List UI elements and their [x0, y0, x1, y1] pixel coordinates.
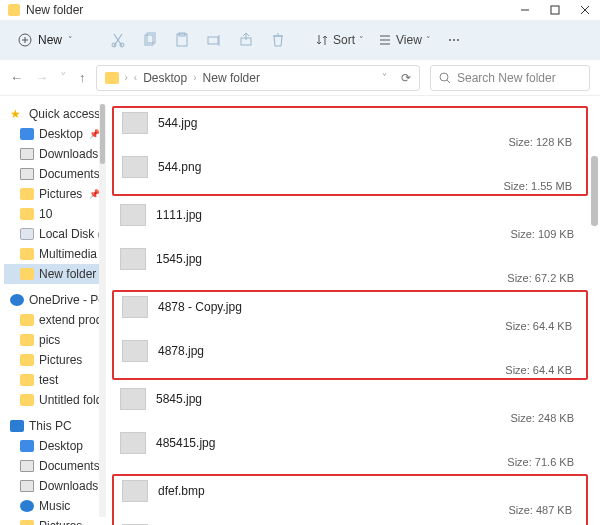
tree-item-label: Documents: [39, 167, 100, 181]
file-thumbnail: [122, 112, 148, 134]
highlight-group: 4878 - Copy.jpgSize: 64.4 KB4878.jpgSize…: [112, 290, 588, 380]
downloads-icon: [20, 480, 34, 492]
back-button[interactable]: ←: [10, 70, 23, 85]
file-row[interactable]: dfef.bmpSize: 487 KB: [114, 476, 586, 506]
minimize-button[interactable]: [518, 3, 532, 17]
new-button[interactable]: New ˅: [10, 29, 81, 51]
more-button[interactable]: ⋯: [445, 31, 463, 49]
file-group: 5845.jpgSize: 248 KB485415.jpgSize: 71.6…: [112, 384, 588, 470]
sort-button[interactable]: Sort ˅: [315, 33, 364, 47]
folder-icon: [20, 334, 34, 346]
tree-item[interactable]: 10: [4, 204, 106, 224]
tree-item-label: OneDrive - Person: [29, 293, 106, 307]
paste-icon[interactable]: [173, 31, 191, 49]
view-icon: [378, 33, 392, 47]
documents-icon: [20, 168, 34, 180]
up-button[interactable]: ↑: [79, 70, 86, 85]
tree-item[interactable]: New folder: [4, 264, 106, 284]
file-row[interactable]: 4878 - Copy.jpgSize: 64.4 KB: [114, 292, 586, 322]
tree-item[interactable]: Local Disk (F:): [4, 224, 106, 244]
content-scrollbar[interactable]: [591, 156, 598, 226]
file-row[interactable]: 544.jpgSize: 128 KB: [114, 108, 586, 138]
tree-item-label: Multimedia: [39, 247, 97, 261]
folder-icon: [20, 394, 34, 406]
tree-item[interactable]: Desktop📌: [4, 124, 106, 144]
file-thumbnail: [120, 248, 146, 270]
maximize-button[interactable]: [548, 3, 562, 17]
tree-item[interactable]: Desktop: [4, 436, 106, 456]
file-name: 5845.jpg: [156, 392, 580, 406]
highlight-group: 544.jpgSize: 128 KB544.pngSize: 1.55 MB: [112, 106, 588, 196]
file-size: Size: 109 KB: [510, 228, 574, 240]
search-input[interactable]: Search New folder: [430, 65, 590, 91]
file-row[interactable]: 5845.jpgSize: 248 KB: [112, 384, 588, 414]
file-name: dfef.bmp: [158, 484, 578, 498]
share-icon[interactable]: [237, 31, 255, 49]
breadcrumb-item[interactable]: Desktop: [143, 71, 187, 85]
tree-item-label: extend product li: [39, 313, 106, 327]
tree-item[interactable]: Pictures📌: [4, 184, 106, 204]
file-name: 4878 - Copy.jpg: [158, 300, 578, 314]
chevron-down-icon[interactable]: ˅: [382, 72, 387, 83]
tree-item[interactable]: Downloads: [4, 476, 106, 496]
svg-rect-1: [551, 6, 559, 14]
search-icon: [439, 72, 451, 84]
folder-icon: [20, 268, 34, 280]
delete-icon[interactable]: [269, 31, 287, 49]
tree-item[interactable]: Documents: [4, 456, 106, 476]
file-thumbnail: [120, 388, 146, 410]
file-thumbnail: [122, 340, 148, 362]
tree-item[interactable]: Pictures: [4, 516, 106, 525]
titlebar: New folder: [0, 0, 600, 20]
tree-item-label: Pictures: [39, 187, 82, 201]
tree-item-label: Pictures: [39, 353, 82, 367]
tree-item[interactable]: extend product li: [4, 310, 106, 330]
tree-item-label: Music: [39, 499, 70, 513]
file-group: 1111.jpgSize: 109 KB1545.jpgSize: 67.2 K…: [112, 200, 588, 286]
breadcrumb-item[interactable]: New folder: [203, 71, 260, 85]
tree-item[interactable]: Multimedia: [4, 244, 106, 264]
file-row[interactable]: 544.pngSize: 1.55 MB: [114, 152, 586, 182]
new-label: New: [38, 33, 62, 47]
chevron-right-icon: ›: [125, 72, 128, 83]
svg-line-20: [447, 80, 450, 83]
tree-item[interactable]: Pictures: [4, 350, 106, 370]
file-thumbnail: [122, 156, 148, 178]
tree-item[interactable]: OneDrive - Person: [4, 290, 106, 310]
file-row[interactable]: 4878.jpgSize: 64.4 KB: [114, 336, 586, 366]
view-button[interactable]: View ˅: [378, 33, 431, 47]
tree-item[interactable]: Music: [4, 496, 106, 516]
copy-icon[interactable]: [141, 31, 159, 49]
tree-item[interactable]: test: [4, 370, 106, 390]
tree-item-label: Pictures: [39, 519, 82, 525]
cut-icon[interactable]: [109, 31, 127, 49]
desktop-icon: [20, 440, 34, 452]
tree-item[interactable]: Documents📌: [4, 164, 106, 184]
tree-item-label: 10: [39, 207, 52, 221]
tree-item[interactable]: pics: [4, 330, 106, 350]
rename-icon[interactable]: [205, 31, 223, 49]
recent-button[interactable]: ˅: [60, 70, 67, 85]
file-row[interactable]: 1545.jpgSize: 67.2 KB: [112, 244, 588, 274]
tree-item[interactable]: This PC: [4, 416, 106, 436]
file-size: Size: 248 KB: [510, 412, 574, 424]
file-row[interactable]: 485415.jpgSize: 71.6 KB: [112, 428, 588, 458]
close-button[interactable]: [578, 3, 592, 17]
file-size: Size: 1.55 MB: [504, 180, 572, 192]
tree-item[interactable]: ★Quick access: [4, 104, 106, 124]
file-name: 1545.jpg: [156, 252, 580, 266]
tree-item-label: Desktop: [39, 439, 83, 453]
file-list: 544.jpgSize: 128 KB544.pngSize: 1.55 MB1…: [106, 96, 600, 525]
forward-button[interactable]: →: [35, 70, 48, 85]
tree-item[interactable]: Downloads📌: [4, 144, 106, 164]
sidebar-scrollbar[interactable]: [99, 104, 106, 517]
disk-icon: [20, 228, 34, 240]
file-size: Size: 487 KB: [508, 504, 572, 516]
tree-item[interactable]: Untitled folder: [4, 390, 106, 410]
folder-icon: [20, 188, 34, 200]
refresh-button[interactable]: ⟳: [401, 71, 411, 85]
breadcrumb[interactable]: › ‹ Desktop › New folder ˅ ⟳: [96, 65, 421, 91]
file-size: Size: 71.6 KB: [507, 456, 574, 468]
file-row[interactable]: 1111.jpgSize: 109 KB: [112, 200, 588, 230]
file-row[interactable]: dfef.jpgSize: 41.6 KB: [114, 520, 586, 525]
